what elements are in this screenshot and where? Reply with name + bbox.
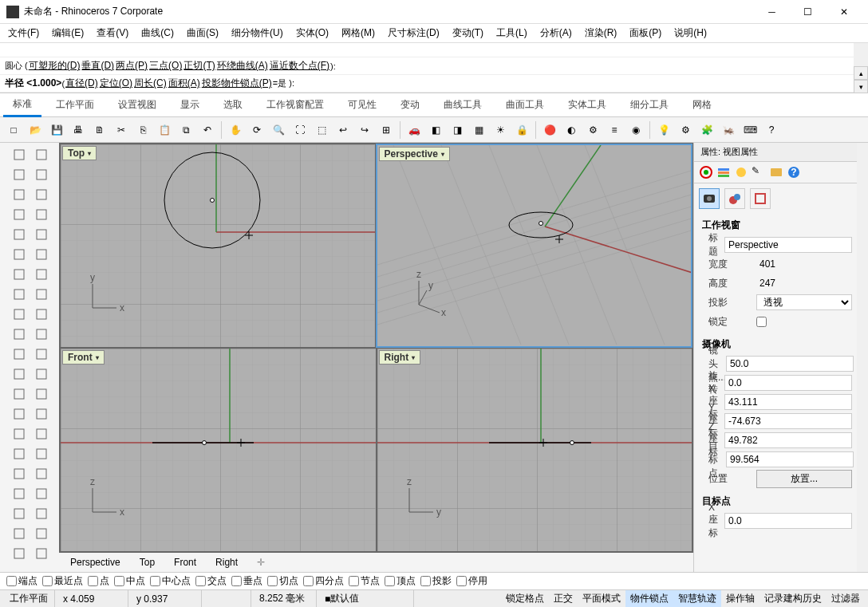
command-option[interactable]: 垂直(D) <box>81 59 114 73</box>
polygon-icon[interactable] <box>30 224 53 244</box>
array-icon[interactable] <box>30 463 53 483</box>
ellipse-icon[interactable] <box>8 224 30 244</box>
4view-icon[interactable]: ⊞ <box>376 120 397 140</box>
viewport-label-front[interactable]: Front▾ <box>62 350 105 365</box>
pipe-icon[interactable] <box>30 344 53 364</box>
viewport-tab[interactable]: Perspective <box>64 555 127 570</box>
new-icon[interactable]: □ <box>3 120 24 140</box>
intersect-icon[interactable] <box>30 543 53 563</box>
status-cplane[interactable]: 工作平面 <box>3 590 55 607</box>
menu-item[interactable]: 实体(O) <box>291 25 333 41</box>
box-icon[interactable] <box>8 304 30 324</box>
polyline-icon[interactable] <box>8 164 30 184</box>
minimize-button[interactable]: ─ <box>754 0 790 24</box>
revolve-icon[interactable] <box>8 284 30 304</box>
toolbar-tab[interactable]: 变动 <box>391 94 429 116</box>
command-option[interactable]: 正切(T) <box>183 59 215 73</box>
grasshopper-icon[interactable]: 🦗 <box>718 120 739 140</box>
group-icon[interactable] <box>8 404 30 424</box>
status-toggle[interactable]: 平面模式 <box>578 590 625 607</box>
menu-item[interactable]: 查看(V) <box>92 25 133 41</box>
maximize-button[interactable]: ☐ <box>790 0 826 24</box>
cone-icon[interactable] <box>30 324 53 344</box>
pan-icon[interactable]: ✋ <box>225 120 246 140</box>
toolbar-tab[interactable]: 设置视图 <box>108 94 166 116</box>
line-icon[interactable] <box>8 184 30 204</box>
arc-icon[interactable] <box>30 184 53 204</box>
command-option[interactable]: 两点(P) <box>116 59 148 73</box>
command-option[interactable]: 逼近数个点(F) <box>270 59 329 73</box>
cut-icon[interactable]: ✂ <box>111 120 132 140</box>
fillet-icon[interactable] <box>30 503 53 523</box>
status-toggle[interactable]: 操作轴 <box>721 590 760 607</box>
osnap-四分点[interactable]: 四分点 <box>303 574 344 588</box>
target-x-input[interactable] <box>724 513 852 529</box>
osnap-中心点[interactable]: 中心点 <box>150 574 191 588</box>
zoom-icon[interactable]: 🔍 <box>268 120 289 140</box>
scale-icon[interactable] <box>30 443 53 463</box>
join-icon[interactable] <box>8 503 30 523</box>
render-icon[interactable]: 🔴 <box>539 120 560 140</box>
scroll-up-icon[interactable]: ▴ <box>854 66 868 80</box>
command-option[interactable]: 环绕曲线(A) <box>217 59 268 73</box>
redo-view-icon[interactable]: ↪ <box>354 120 375 140</box>
mirror-icon[interactable] <box>8 463 30 483</box>
object-props-icon[interactable]: ◉ <box>625 120 646 140</box>
viewport-top[interactable]: x y Top▾ <box>60 144 376 348</box>
plugins-icon[interactable]: 🧩 <box>696 120 717 140</box>
viewport-lock-checkbox[interactable] <box>756 317 767 327</box>
toolbar-tab[interactable]: 实体工具 <box>558 94 616 116</box>
shade-icon[interactable]: ◐ <box>561 120 582 140</box>
extrude-icon[interactable] <box>30 284 53 304</box>
viewport-tab[interactable]: Front <box>168 555 203 570</box>
libraries-tab-icon[interactable] <box>769 165 783 179</box>
set-cplane-icon[interactable]: 🚗 <box>404 120 424 140</box>
menu-item[interactable]: 曲面(S) <box>182 25 223 41</box>
menu-item[interactable]: 变动(T) <box>448 25 488 41</box>
trim-icon[interactable] <box>8 483 30 503</box>
status-layer[interactable]: ■ 默认值 <box>318 590 414 607</box>
camera-rotation-input[interactable] <box>724 375 852 391</box>
toolbar-tab[interactable]: 可见性 <box>338 94 386 116</box>
lock-icon[interactable]: 🔒 <box>511 120 532 140</box>
toolbar-tab[interactable]: 网格 <box>683 94 721 116</box>
viewport-tab[interactable]: Top <box>133 555 161 570</box>
gear-icon[interactable]: ⚙ <box>675 120 696 140</box>
osnap-顶点[interactable]: 顶点 <box>385 574 416 588</box>
display-tab-icon[interactable] <box>734 165 748 179</box>
menu-item[interactable]: 曲线(C) <box>136 25 179 41</box>
cylinder-icon[interactable] <box>8 324 30 344</box>
osnap-点[interactable]: 点 <box>88 574 109 588</box>
command-option[interactable]: 面积(A) <box>168 77 200 90</box>
viewport-label-top[interactable]: Top▾ <box>62 146 97 160</box>
osnap-切点[interactable]: 切点 <box>267 574 298 588</box>
text-icon[interactable] <box>8 364 30 384</box>
viewport-front[interactable]: x z Front▾ <box>60 348 377 552</box>
command-option[interactable]: 周长(C) <box>134 77 167 90</box>
projection-select[interactable]: 透视 <box>756 294 852 310</box>
paste-icon[interactable]: 📋 <box>154 120 175 140</box>
layers-tab-icon[interactable] <box>716 165 731 179</box>
status-toggle[interactable]: 智慧轨迹 <box>673 590 721 607</box>
rotate-view-icon[interactable]: ⟳ <box>247 120 267 140</box>
properties-tab-icon[interactable] <box>699 165 713 179</box>
camera-place-button[interactable]: 放置... <box>756 470 852 488</box>
zoom-selected-icon[interactable]: ⬚ <box>311 120 332 140</box>
viewport-tab[interactable]: Right <box>209 555 244 570</box>
menu-item[interactable]: 面板(P) <box>625 25 666 41</box>
osnap-交点[interactable]: 交点 <box>195 574 227 588</box>
osnap-节点[interactable]: 节点 <box>349 574 380 588</box>
chamfer-icon[interactable] <box>8 523 30 543</box>
split-icon[interactable] <box>30 483 53 503</box>
viewport-title-input[interactable] <box>724 237 852 253</box>
python-icon[interactable]: ⌨ <box>740 120 760 140</box>
curve-icon[interactable] <box>8 244 30 264</box>
lasso-icon[interactable] <box>30 144 53 164</box>
osnap-端点[interactable]: 端点 <box>6 574 37 588</box>
project-icon[interactable] <box>8 543 30 563</box>
scroll-down-icon[interactable]: ▾ <box>854 80 868 93</box>
material-props-button[interactable] <box>724 188 745 209</box>
osnap-最近点[interactable]: 最近点 <box>42 574 83 588</box>
open-icon[interactable]: 📂 <box>25 120 45 140</box>
named-cplane-icon[interactable]: ◧ <box>425 120 446 140</box>
